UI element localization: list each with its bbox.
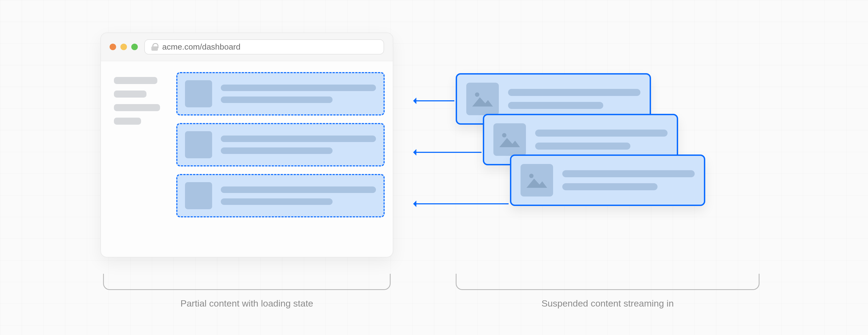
text-skeleton bbox=[221, 85, 376, 103]
line-skeleton bbox=[221, 136, 376, 142]
caption-bracket bbox=[456, 274, 760, 290]
line-skeleton bbox=[562, 183, 657, 190]
browser-window: acme.com/dashboard bbox=[100, 33, 393, 258]
line-skeleton bbox=[535, 142, 630, 149]
text-content bbox=[562, 170, 695, 190]
caption-bracket bbox=[103, 274, 391, 290]
line-skeleton bbox=[508, 102, 603, 109]
sidebar-item-skeleton bbox=[114, 118, 141, 125]
address-bar-text: acme.com/dashboard bbox=[162, 42, 241, 52]
line-skeleton bbox=[221, 187, 376, 193]
thumb-skeleton bbox=[185, 182, 212, 209]
line-skeleton bbox=[221, 97, 333, 103]
caption-left: Partial content with loading state bbox=[103, 298, 391, 309]
address-bar[interactable]: acme.com/dashboard bbox=[144, 39, 384, 55]
line-skeleton bbox=[535, 130, 668, 137]
line-skeleton bbox=[221, 198, 333, 205]
image-icon bbox=[498, 131, 521, 148]
streamed-card bbox=[510, 155, 705, 206]
window-controls bbox=[110, 44, 138, 50]
image-thumbnail bbox=[521, 164, 553, 197]
browser-viewport bbox=[101, 61, 393, 257]
text-content bbox=[508, 89, 641, 109]
thumb-skeleton bbox=[185, 131, 212, 158]
loading-card-placeholder bbox=[176, 123, 384, 166]
svg-point-0 bbox=[475, 93, 479, 97]
close-dot-icon[interactable] bbox=[110, 44, 116, 50]
caption-right: Suspended content streaming in bbox=[456, 298, 760, 309]
loading-card-placeholder bbox=[176, 174, 384, 217]
thumb-skeleton bbox=[185, 80, 212, 107]
line-skeleton bbox=[221, 147, 333, 154]
line-skeleton bbox=[562, 170, 695, 177]
sidebar-skeleton bbox=[114, 72, 165, 249]
minimize-dot-icon[interactable] bbox=[120, 44, 127, 50]
fullscreen-dot-icon[interactable] bbox=[131, 44, 138, 50]
image-thumbnail bbox=[493, 123, 526, 156]
text-content bbox=[535, 130, 668, 149]
streaming-cards-stack bbox=[456, 73, 770, 225]
image-icon bbox=[471, 90, 494, 108]
image-icon bbox=[525, 172, 548, 189]
line-skeleton bbox=[508, 89, 641, 96]
loading-card-placeholder bbox=[176, 72, 384, 115]
text-skeleton bbox=[221, 136, 376, 154]
browser-chrome: acme.com/dashboard bbox=[101, 33, 393, 61]
image-thumbnail bbox=[466, 83, 499, 115]
text-skeleton bbox=[221, 187, 376, 205]
svg-point-2 bbox=[529, 174, 533, 178]
stream-arrow-icon bbox=[414, 100, 454, 101]
sidebar-item-skeleton bbox=[114, 104, 160, 111]
sidebar-item-skeleton bbox=[114, 91, 147, 98]
content-column bbox=[176, 72, 384, 249]
line-skeleton bbox=[221, 85, 376, 91]
lock-icon bbox=[151, 43, 158, 51]
sidebar-item-skeleton bbox=[114, 77, 157, 84]
svg-point-1 bbox=[502, 133, 506, 137]
